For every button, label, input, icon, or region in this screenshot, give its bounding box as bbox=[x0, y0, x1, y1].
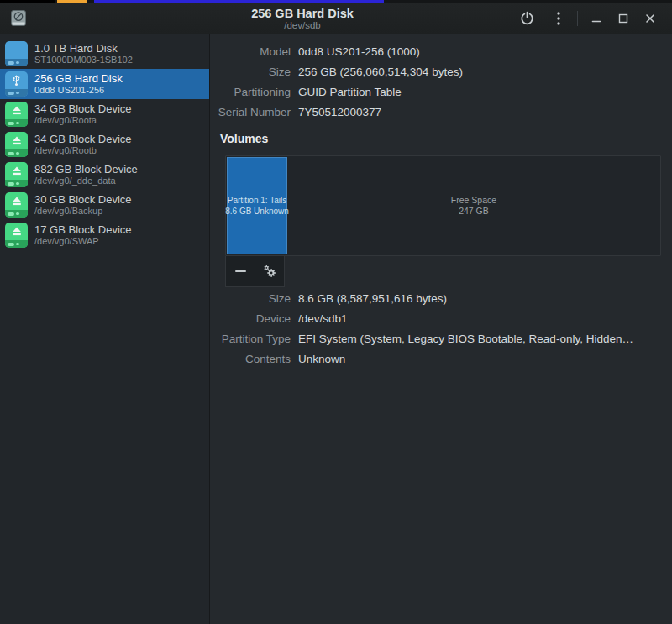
size-value: 256 GB (256,060,514,304 bytes) bbox=[298, 66, 664, 78]
partition-1-block[interactable]: Partition 1: Tails 8.6 GB Unknown bbox=[227, 157, 287, 254]
usb-symbol-icon bbox=[11, 75, 22, 87]
device-subtitle: ST1000DM003-1SB102 bbox=[34, 55, 133, 66]
eject-symbol-icon bbox=[12, 136, 22, 145]
close-icon bbox=[643, 12, 657, 25]
minimize-button[interactable] bbox=[583, 6, 610, 31]
strip-black-segment bbox=[0, 0, 55, 3]
sidebar-item-swap[interactable]: 17 GB Block Device /dev/vg0/SWAP bbox=[0, 220, 209, 250]
block-device-icon bbox=[5, 162, 28, 187]
device-title: 256 GB Hard Disk bbox=[34, 72, 123, 85]
free-space-size: 247 GB bbox=[459, 206, 489, 217]
device-title: 30 GB Block Device bbox=[34, 193, 132, 206]
drive-info-grid: Model 0dd8 US201-256 (1000) Size 256 GB … bbox=[210, 45, 664, 118]
maximize-icon bbox=[617, 12, 630, 25]
usb-disk-icon bbox=[5, 71, 28, 97]
volumes-heading: Volumes bbox=[220, 133, 268, 144]
device-title: 882 GB Block Device bbox=[34, 163, 138, 176]
sidebar-item-rootb[interactable]: 34 GB Block Device /dev/vg0/Rootb bbox=[0, 129, 209, 160]
info-label: Device bbox=[210, 312, 291, 325]
eject-symbol-icon bbox=[12, 166, 22, 176]
free-space-label: Free Space bbox=[451, 195, 496, 206]
headerbar-controls bbox=[513, 6, 672, 31]
block-device-icon bbox=[5, 223, 28, 248]
serial-number-value: 7Y50512000377 bbox=[298, 106, 664, 118]
free-space-block[interactable]: Free Space 247 GB bbox=[288, 157, 659, 254]
info-label: Size bbox=[210, 292, 291, 305]
window-title-block: 256 GB Hard Disk /dev/sdb bbox=[101, 3, 504, 34]
partition-name: Partition 1: Tails bbox=[228, 195, 286, 206]
block-device-icon bbox=[5, 132, 28, 157]
contents-value: Unknown bbox=[298, 353, 664, 365]
hard-disk-icon bbox=[5, 41, 28, 66]
background-window-strip bbox=[0, 0, 672, 3]
device-subtitle: 0dd8 US201-256 bbox=[34, 85, 123, 96]
power-button[interactable] bbox=[513, 6, 540, 31]
device-subtitle: /dev/vg0/_dde_data bbox=[34, 176, 138, 186]
device-title: 17 GB Block Device bbox=[34, 223, 132, 236]
volume-toolbar bbox=[225, 256, 285, 287]
device-title: 34 GB Block Device bbox=[34, 133, 132, 145]
info-label: Partitioning bbox=[210, 86, 291, 98]
sidebar-item-1tb-disk[interactable]: 1.0 TB Hard Disk ST1000DM003-1SB102 bbox=[0, 39, 209, 69]
volume-info-grid: Size 8.6 GB (8,587,951,616 bytes) Device… bbox=[210, 292, 664, 365]
strip-blue-segment bbox=[94, 0, 384, 3]
headerbar: 256 GB Hard Disk /dev/sdb bbox=[0, 3, 672, 34]
disks-app-icon bbox=[11, 10, 26, 26]
drive-detail-panel: Model 0dd8 US201-256 (1000) Size 256 GB … bbox=[210, 34, 672, 624]
power-icon bbox=[520, 11, 534, 25]
partition-size: 8.6 GB Unknown bbox=[225, 206, 289, 217]
eject-symbol-icon bbox=[12, 106, 22, 115]
minimize-icon bbox=[590, 12, 603, 25]
maximize-button[interactable] bbox=[610, 6, 637, 31]
device-subtitle: /dev/vg0/Backup bbox=[34, 206, 132, 217]
eject-symbol-icon bbox=[12, 227, 22, 236]
sidebar-item-256gb-disk[interactable]: 256 GB Hard Disk 0dd8 US201-256 bbox=[0, 69, 209, 99]
model-value: 0dd8 US201-256 (1000) bbox=[298, 45, 664, 58]
info-label: Serial Number bbox=[210, 106, 291, 118]
info-label: Size bbox=[210, 66, 291, 78]
sidebar-item-roota[interactable]: 34 GB Block Device /dev/vg0/Roota bbox=[0, 99, 209, 129]
delete-partition-button[interactable] bbox=[226, 256, 255, 286]
minus-icon bbox=[235, 270, 246, 272]
sidebar-item-backup[interactable]: 30 GB Block Device /dev/vg0/Backup bbox=[0, 190, 209, 220]
window-subtitle: /dev/sdb bbox=[284, 20, 320, 31]
device-title: 34 GB Block Device bbox=[34, 102, 132, 115]
block-device-icon bbox=[5, 192, 28, 218]
device-value: /dev/sdb1 bbox=[298, 312, 664, 325]
window-title: 256 GB Hard Disk bbox=[251, 7, 354, 20]
partition-options-button[interactable] bbox=[255, 256, 285, 286]
device-title: 1.0 TB Hard Disk bbox=[34, 42, 133, 55]
close-button[interactable] bbox=[637, 6, 664, 31]
app-menu-button[interactable] bbox=[545, 6, 572, 31]
device-subtitle: /dev/vg0/SWAP bbox=[34, 236, 132, 247]
device-sidebar: 1.0 TB Hard Disk ST1000DM003-1SB102 bbox=[0, 34, 210, 624]
volume-size-value: 8.6 GB (8,587,951,616 bytes) bbox=[298, 292, 664, 305]
sidebar-item-dde-data[interactable]: 882 GB Block Device /dev/vg0/_dde_data bbox=[0, 160, 209, 190]
volumes-map: Partition 1: Tails 8.6 GB Unknown Free S… bbox=[225, 155, 661, 256]
gears-icon bbox=[263, 265, 276, 278]
device-subtitle: /dev/vg0/Roota bbox=[34, 115, 132, 126]
block-device-icon bbox=[5, 102, 28, 127]
kebab-menu-icon bbox=[556, 11, 561, 26]
info-label: Contents bbox=[210, 353, 291, 365]
partition-type-value: EFI System (System, Legacy BIOS Bootable… bbox=[298, 333, 664, 345]
eject-symbol-icon bbox=[12, 197, 22, 206]
partitioning-value: GUID Partition Table bbox=[298, 86, 664, 98]
titlebar-separator bbox=[577, 11, 578, 26]
strip-orange-segment bbox=[57, 0, 87, 3]
device-subtitle: /dev/vg0/Rootb bbox=[34, 145, 132, 156]
info-label: Partition Type bbox=[210, 333, 291, 345]
info-label: Model bbox=[210, 45, 291, 58]
